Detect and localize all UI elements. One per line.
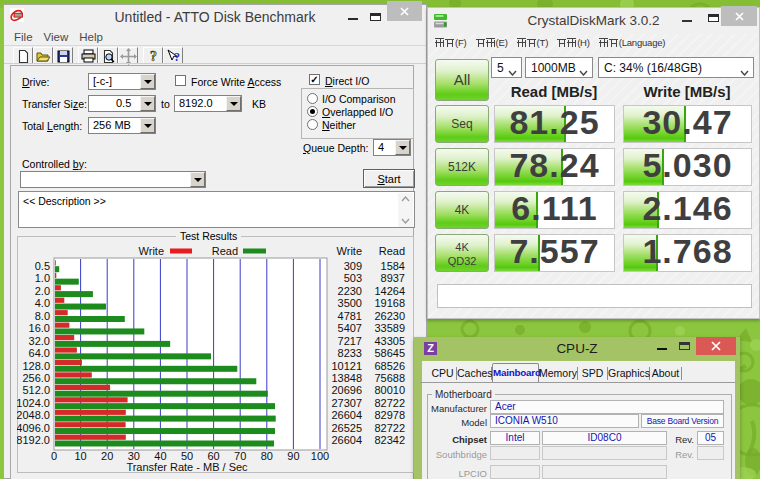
- svg-text:503: 503: [344, 272, 362, 284]
- svg-text:58645: 58645: [374, 347, 405, 359]
- svg-text:7217: 7217: [338, 335, 362, 347]
- svg-text:8233: 8233: [338, 347, 362, 359]
- svg-text:2048.0: 2048.0: [17, 409, 50, 421]
- svg-text:90: 90: [287, 450, 299, 462]
- svg-text:?: ?: [174, 50, 180, 64]
- svg-text:80010: 80010: [374, 384, 405, 396]
- svg-text:13848: 13848: [331, 372, 362, 384]
- svg-text:10: 10: [74, 450, 86, 462]
- svg-text:82342: 82342: [374, 434, 405, 446]
- svg-text:20696: 20696: [331, 384, 362, 396]
- svg-text:4.0: 4.0: [35, 297, 50, 309]
- svg-text:2.0: 2.0: [35, 285, 50, 297]
- svg-text:4781: 4781: [338, 310, 362, 322]
- svg-text:309: 309: [344, 260, 362, 272]
- svg-text:80: 80: [261, 450, 273, 462]
- svg-text:8937: 8937: [381, 272, 405, 284]
- svg-text:100: 100: [311, 450, 329, 462]
- svg-text:Write: Write: [139, 245, 164, 257]
- svg-text:20: 20: [101, 450, 113, 462]
- svg-text:43305: 43305: [374, 335, 405, 347]
- svg-text:26230: 26230: [374, 310, 405, 322]
- svg-text:Read: Read: [212, 245, 238, 257]
- svg-text:Write: Write: [337, 245, 362, 257]
- svg-text:1.0: 1.0: [35, 272, 50, 284]
- svg-text:?: ?: [150, 49, 157, 64]
- svg-text:68526: 68526: [374, 360, 405, 372]
- svg-text:5407: 5407: [338, 322, 362, 334]
- svg-text:19168: 19168: [374, 297, 405, 309]
- svg-text:26525: 26525: [331, 422, 362, 434]
- svg-text:82722: 82722: [374, 397, 405, 409]
- svg-text:82978: 82978: [374, 409, 405, 421]
- svg-text:33589: 33589: [374, 322, 405, 334]
- svg-text:4096.0: 4096.0: [17, 422, 50, 434]
- svg-text:64.0: 64.0: [29, 347, 50, 359]
- svg-text:8192.0: 8192.0: [17, 434, 50, 446]
- svg-text:256.0: 256.0: [22, 372, 50, 384]
- svg-text:75688: 75688: [374, 372, 405, 384]
- svg-text:26604: 26604: [331, 409, 362, 421]
- svg-text:512.0: 512.0: [22, 384, 50, 396]
- svg-text:27307: 27307: [331, 397, 362, 409]
- svg-text:128.0: 128.0: [22, 360, 50, 372]
- svg-text:8.0: 8.0: [35, 310, 50, 322]
- svg-text:3500: 3500: [338, 297, 362, 309]
- svg-text:14264: 14264: [374, 285, 405, 297]
- svg-text:Read: Read: [379, 245, 405, 257]
- svg-text:82722: 82722: [374, 422, 405, 434]
- svg-text:0: 0: [51, 450, 57, 462]
- svg-text:1584: 1584: [381, 260, 405, 272]
- svg-text:26604: 26604: [331, 434, 362, 446]
- svg-text:32.0: 32.0: [29, 335, 50, 347]
- svg-text:Transfer Rate - MB / Sec: Transfer Rate - MB / Sec: [126, 461, 248, 472]
- svg-text:0.5: 0.5: [35, 260, 50, 272]
- svg-text:2230: 2230: [338, 285, 362, 297]
- svg-text:10121: 10121: [331, 360, 362, 372]
- svg-text:16.0: 16.0: [29, 322, 50, 334]
- svg-text:1024.0: 1024.0: [17, 397, 50, 409]
